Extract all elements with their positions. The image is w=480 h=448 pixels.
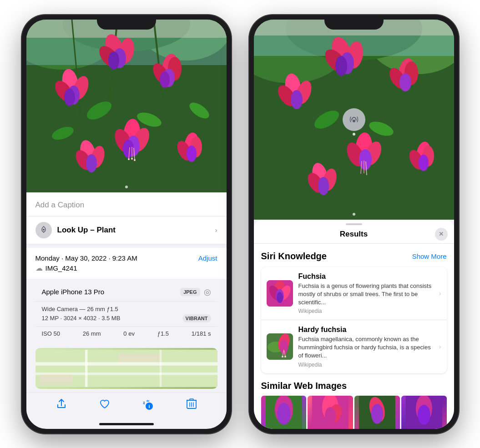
- svg-point-118: [277, 403, 290, 425]
- fuchsia-thumbnail: [267, 280, 293, 307]
- siri-visual-search-button[interactable]: [343, 108, 365, 131]
- exif-row: ISO 50 26 mm 0 ev ƒ1.5 1/181 s: [35, 327, 217, 341]
- map-thumbnail[interactable]: [35, 348, 217, 389]
- left-phone: Add a Caption Look Up – Plant ›: [22, 15, 231, 433]
- svg-rect-69: [254, 20, 454, 35]
- caption-placeholder[interactable]: Add a Caption: [35, 201, 85, 209]
- format-badge: JPEG: [180, 288, 200, 296]
- svg-text:i: i: [148, 403, 150, 409]
- location-icon: ◎: [204, 287, 211, 297]
- svg-point-48: [43, 229, 45, 231]
- svg-point-47: [125, 186, 128, 188]
- svg-rect-54: [40, 374, 73, 385]
- svg-point-13: [108, 51, 119, 70]
- similar-image-4[interactable]: [401, 396, 447, 429]
- svg-point-122: [325, 407, 336, 425]
- device-badges: JPEG ◎: [180, 287, 211, 297]
- svg-point-93: [318, 177, 329, 195]
- cloud-icon: ☁: [35, 264, 43, 272]
- svg-point-97: [419, 155, 429, 171]
- flower-image[interactable]: [26, 20, 227, 192]
- results-title: Results: [340, 230, 368, 239]
- hardy-desc: Fuchsia magellanica, commonly known as t…: [298, 335, 434, 360]
- hardy-thumbnail: [267, 333, 293, 360]
- svg-point-82: [291, 90, 303, 109]
- like-button[interactable]: [99, 398, 110, 412]
- similar-title: Similar Web Images: [261, 381, 447, 391]
- knowledge-item-hardy[interactable]: Hardy fuchsia Fuchsia magellanica, commo…: [261, 320, 447, 373]
- similar-image-1[interactable]: [261, 396, 307, 429]
- svg-point-111: [280, 340, 288, 354]
- svg-point-128: [418, 405, 430, 425]
- svg-point-32: [131, 158, 133, 160]
- svg-point-101: [353, 120, 355, 122]
- camera-line2: 12 MP · 3024 × 4032 · 3.5 MB VIBRANT: [42, 314, 211, 322]
- delete-button[interactable]: [187, 398, 197, 412]
- right-phone: Results ✕ Siri Knowledge Show More: [249, 15, 459, 433]
- svg-point-115: [284, 356, 286, 357]
- caption-area[interactable]: Add a Caption: [26, 192, 227, 216]
- knowledge-item-fuchsia[interactable]: Fuchsia Fuchsia is a genus of flowering …: [261, 267, 447, 321]
- siri-dot: [353, 133, 355, 136]
- siri-knowledge-title: Siri Knowledge: [261, 251, 327, 262]
- left-screen: Add a Caption Look Up – Plant ›: [26, 20, 227, 429]
- svg-point-18: [160, 71, 170, 88]
- fuchsia-desc: Fuchsia is a genus of flowering plants t…: [298, 282, 434, 307]
- svg-rect-55: [118, 354, 159, 362]
- svg-point-34: [128, 158, 130, 160]
- svg-rect-53: [159, 350, 162, 387]
- fuchsia-chevron: ›: [439, 290, 441, 297]
- device-row: Apple iPhone 13 Pro JPEG ◎: [35, 282, 217, 302]
- bottom-toolbar: i: [26, 393, 227, 421]
- similar-web-images: Similar Web Images: [261, 381, 447, 429]
- metadata-date-row: Monday · May 30, 2022 · 9:23 AM Adjust: [35, 254, 217, 262]
- vibrant-badge: VIBRANT: [182, 314, 211, 322]
- metadata-date: Monday · May 30, 2022 · 9:23 AM: [35, 254, 137, 262]
- hardy-text: Hardy fuchsia Fuchsia magellanica, commo…: [298, 326, 434, 368]
- device-info: Apple iPhone 13 Pro JPEG ◎ Wide Camera —…: [35, 282, 217, 341]
- svg-point-38: [86, 154, 97, 172]
- siri-knowledge-header: Siri Knowledge Show More: [261, 251, 447, 262]
- hardy-source: Wikipedia: [298, 362, 434, 368]
- similar-image-2[interactable]: [308, 396, 353, 429]
- svg-rect-5: [26, 20, 227, 38]
- svg-rect-50: [35, 362, 217, 365]
- results-header: Results ✕: [254, 225, 454, 244]
- metadata-section: Monday · May 30, 2022 · 9:23 AM Adjust ☁…: [26, 248, 227, 279]
- metadata-filename-row: ☁ IMG_4241: [35, 264, 217, 272]
- right-flower-image[interactable]: [254, 20, 454, 220]
- lookup-chevron: ›: [215, 227, 217, 234]
- similar-images-row: [261, 396, 447, 429]
- info-button[interactable]: i: [142, 399, 154, 411]
- lookup-row[interactable]: Look Up – Plant ›: [26, 216, 227, 244]
- exif-iso: ISO 50: [42, 330, 60, 337]
- results-close-button[interactable]: ✕: [435, 228, 448, 241]
- exif-ev: 0 ev: [123, 330, 135, 337]
- camera-specs: 12 MP · 3024 × 4032 · 3.5 MB: [42, 315, 121, 322]
- fuchsia-text: Fuchsia Fuchsia is a genus of flowering …: [298, 272, 434, 315]
- knowledge-card: Fuchsia Fuchsia is a genus of flowering …: [261, 267, 447, 373]
- svg-point-78: [399, 73, 411, 91]
- lookup-icon: [35, 222, 52, 238]
- svg-point-114: [282, 356, 283, 357]
- svg-point-42: [187, 146, 197, 162]
- results-body: Siri Knowledge Show More: [254, 244, 454, 429]
- svg-point-100: [353, 213, 355, 216]
- share-button[interactable]: [56, 398, 67, 412]
- fuchsia-source: Wikipedia: [298, 308, 434, 314]
- svg-point-23: [64, 89, 75, 106]
- hardy-name: Hardy fuchsia: [298, 326, 434, 334]
- device-name: Apple iPhone 13 Pro: [42, 288, 105, 296]
- svg-point-74: [335, 56, 347, 76]
- show-more-button[interactable]: Show More: [412, 252, 447, 260]
- results-panel: Results ✕ Siri Knowledge Show More: [254, 220, 454, 429]
- fuchsia-name: Fuchsia: [298, 272, 434, 281]
- svg-rect-60: [190, 399, 193, 400]
- adjust-button[interactable]: Adjust: [198, 254, 217, 262]
- svg-point-86: [359, 149, 372, 170]
- svg-rect-52: [85, 350, 87, 387]
- hardy-chevron: ›: [439, 343, 441, 350]
- svg-point-107: [277, 292, 283, 303]
- home-bar: [99, 423, 154, 425]
- similar-image-3[interactable]: [354, 396, 400, 429]
